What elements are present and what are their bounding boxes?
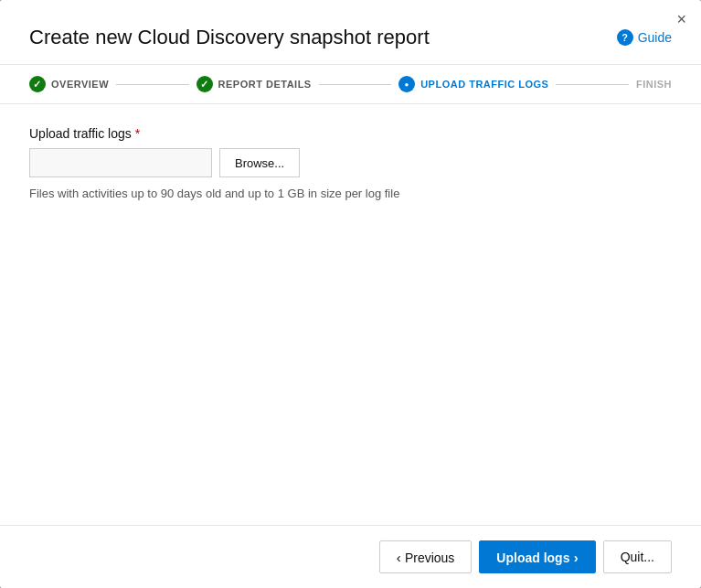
file-input-row: Browse... — [29, 148, 672, 177]
file-text-input[interactable] — [29, 148, 212, 177]
step-upload-icon: ● — [398, 76, 415, 92]
step-upload-label: UPLOAD TRAFFIC LOGS — [420, 79, 548, 90]
step-report-details-label: REPORT DETAILS — [218, 79, 312, 90]
step-overview-icon: ✓ — [29, 76, 46, 92]
upload-field-label: Upload traffic logs * — [29, 126, 672, 141]
upload-logs-button[interactable]: Upload logs — [479, 540, 595, 573]
guide-link[interactable]: ? Guide — [617, 29, 672, 46]
browse-button[interactable]: Browse... — [219, 148, 300, 177]
close-button[interactable]: × — [676, 11, 686, 27]
guide-icon: ? — [617, 29, 633, 46]
step-separator-1 — [116, 84, 188, 85]
dialog-header: Create new Cloud Discovery snapshot repo… — [0, 0, 701, 64]
required-marker: * — [132, 126, 140, 141]
step-finish-label: FINISH — [636, 79, 672, 90]
step-report-details-icon: ✓ — [196, 76, 213, 92]
dialog-title: Create new Cloud Discovery snapshot repo… — [29, 26, 430, 49]
guide-label: Guide — [638, 30, 672, 45]
step-separator-2 — [319, 84, 391, 85]
file-hint: Files with activities up to 90 days old … — [29, 187, 672, 200]
step-finish: FINISH — [636, 79, 672, 90]
previous-button[interactable]: Previous — [379, 540, 473, 573]
quit-button[interactable]: Quit... — [603, 540, 672, 573]
step-overview-label: OVERVIEW — [51, 79, 109, 90]
dialog: × Create new Cloud Discovery snapshot re… — [0, 0, 701, 588]
step-overview: ✓ OVERVIEW — [29, 76, 109, 92]
dialog-content: Upload traffic logs * Browse... Files wi… — [0, 126, 701, 525]
step-report-details: ✓ REPORT DETAILS — [196, 76, 312, 92]
step-separator-3 — [556, 84, 628, 85]
step-upload-traffic-logs: ● UPLOAD TRAFFIC LOGS — [398, 76, 548, 92]
stepper: ✓ OVERVIEW ✓ REPORT DETAILS ● UPLOAD TRA… — [0, 64, 701, 104]
dialog-footer: Previous Upload logs Quit... — [0, 525, 701, 588]
